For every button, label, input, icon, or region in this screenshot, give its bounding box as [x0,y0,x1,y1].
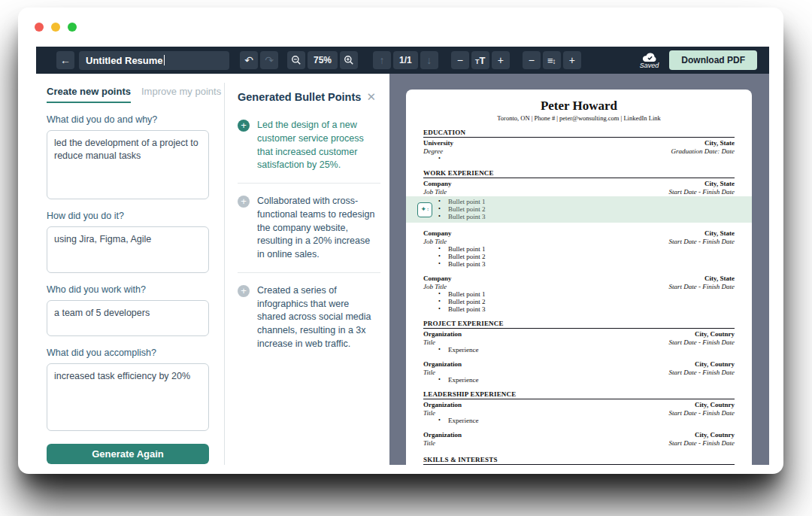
org-location: City, State [704,139,735,147]
back-button[interactable]: ← [56,51,74,69]
work-entry: CompanyCity, State Job TitleStart Date -… [423,180,735,223]
project-entry: OrganizationCity, Coutnry TitleStart Dat… [423,330,735,354]
tab-bar: Create new points Improve my points [47,86,224,103]
bullet-item: Bullet point 3 [423,260,735,268]
section-header-project: PROJECT EXPERIENCE [423,320,735,329]
arrow-down-icon: ↓ [426,54,432,66]
org-location: City, State [704,229,735,238]
line-spacing-decrease-button[interactable]: − [523,51,541,69]
bullet-suggestion-text: Collaborated with cross-functional teams… [257,195,379,262]
what-did-you-do-input[interactable] [47,130,209,199]
text-caret [164,55,165,65]
bullet-item: Bullet point 3 [423,305,735,313]
magnifier-plus-icon [344,55,354,65]
minimize-window-icon[interactable] [51,23,60,32]
bullet-item: Experience [423,417,735,424]
close-window-icon[interactable] [35,23,44,32]
bullet-suggestion: + Collaborated with cross-functional tea… [226,184,389,272]
line-spacing-increase-button[interactable]: + [563,51,581,69]
question-label-what-did-you-accomplish: What did you accomplish? [47,348,224,358]
screen: ← Untitled Resume ↶ ↷ 75% ↑ 1/1 ↓ − TT +… [0,0,812,516]
org-name: Company [423,275,452,283]
org-name: University [423,139,453,147]
resume-page: Peter Howard Toronto, ON | Phone # | pet… [406,90,752,465]
role-title: Title [423,409,435,417]
dates: Start Date - Finish Date [669,439,735,448]
dates: Start Date - Finish Date [669,338,735,347]
resume-contact: Toronto, ON | Phone # | peter@wonsulting… [423,115,735,122]
window-controls [35,23,77,32]
zoom-out-button[interactable] [287,51,305,69]
add-bullet-button[interactable]: + [238,120,250,132]
dates: Start Date - Finish Date [669,409,735,417]
minus-icon: − [457,54,463,66]
panel-title: Generated Bullet Points [238,91,361,103]
empty-bullet [423,155,735,162]
work-entry: CompanyCity, State Job TitleStart Date -… [423,275,735,313]
bullet-item: Bullet point 1 [423,245,735,253]
title-input[interactable]: Untitled Resume [79,51,229,70]
bullet-suggestion-text: Created a series of infographics that we… [257,284,379,351]
plus-icon: + [498,54,504,66]
degree: Degree [423,147,443,156]
org-location: City, Coutnry [695,401,735,409]
how-did-you-do-it-input[interactable] [47,226,209,273]
next-page-button[interactable]: ↓ [420,51,438,69]
job-title: Job Title [423,188,447,196]
dates: Start Date - Finish Date [669,188,735,196]
undo-button[interactable]: ↶ [240,51,258,69]
zoom-in-button[interactable] [340,51,358,69]
font-size-button[interactable]: TT [471,51,489,69]
pdf-viewer[interactable]: Peter Howard Toronto, ON | Phone # | pet… [389,74,769,465]
resume-name: Peter Howard [423,99,735,114]
tab-create-new-points[interactable]: Create new points [47,86,131,103]
zoom-window-icon[interactable] [68,23,77,32]
question-label-what-did-you-do: What did you do and why? [47,114,224,125]
minus-icon: − [529,54,535,66]
bullet-link[interactable]: Bullet point 2 [448,205,486,213]
dates: Graduation Date: Date [671,147,735,156]
bullet-suggestion: + Led the design of a new customer servi… [226,104,389,183]
bullet-link[interactable]: Bullet point 1 [448,198,486,205]
who-did-you-work-with-input[interactable] [47,300,209,336]
generate-again-button[interactable]: Generate Again [47,444,209,464]
section-header-skills: SKILLS & INTERESTS [423,456,735,465]
add-bullet-button[interactable]: + [238,196,250,208]
bullet-suggestion: + Created a series of infographics that … [226,273,389,362]
job-title: Job Title [423,283,447,291]
bullet-item: Bullet point 2 [423,298,735,305]
section-header-work: WORK EXPERIENCE [423,169,735,178]
line-spacing-button[interactable]: ≡↕ [543,51,561,69]
download-pdf-button[interactable]: Download PDF [669,50,757,70]
font-size-icon: TT [475,54,485,66]
work-entry: CompanyCity, State Job TitleStart Date -… [423,229,735,268]
bullet-item: Bullet point 1 [423,290,735,298]
add-bullet-button[interactable]: + [238,285,250,297]
undo-icon: ↶ [244,54,253,66]
org-name: Organization [423,401,462,409]
org-name: Company [423,180,452,188]
cloud-check-icon [641,51,658,62]
redo-button[interactable]: ↷ [260,51,278,69]
font-size-decrease-button[interactable]: − [451,51,469,69]
bullet-item: Experience [423,376,735,384]
redo-icon: ↷ [265,54,274,66]
panel-divider [224,83,225,465]
prev-page-button[interactable]: ↑ [373,51,391,69]
leadership-entry: OrganizationCity, Coutnry TitleStart Dat… [423,401,735,424]
bullet-link[interactable]: Bullet point 3 [448,213,486,220]
job-title: Job Title [423,238,447,246]
org-location: City, Coutnry [695,360,735,369]
zoom-level[interactable]: 75% [308,51,338,69]
question-label-who-did-you-work-with: Who did you work with? [47,284,224,295]
tab-improve-my-points[interactable]: Improve my points [141,86,221,103]
what-did-you-accomplish-input[interactable] [47,363,209,431]
magnifier-minus-icon [291,55,301,65]
page-indicator: 1/1 [393,51,418,69]
section-header-education: EDUCATION [423,129,735,138]
title-text: Untitled Resume [86,55,163,66]
close-icon[interactable]: ✕ [366,90,376,104]
font-size-increase-button[interactable]: + [492,51,510,69]
org-name: Organization [423,360,462,369]
bullet-item: Bullet point 2 [423,253,735,260]
